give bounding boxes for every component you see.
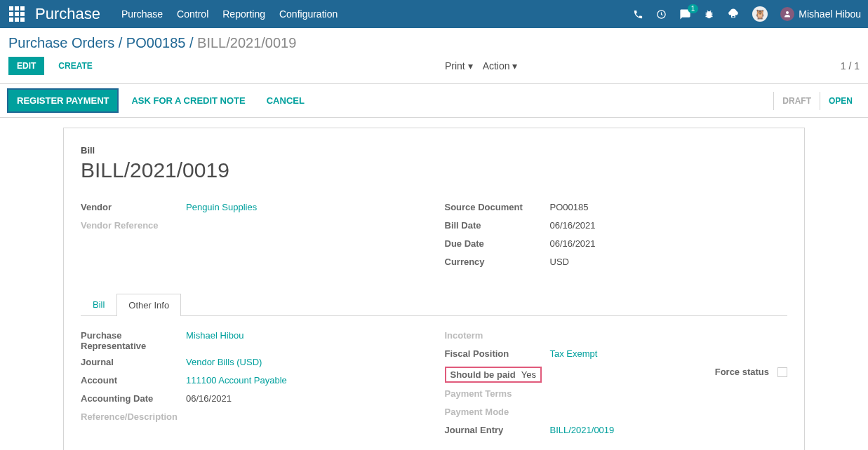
breadcrumb-current: BILL/2021/0019 bbox=[197, 35, 296, 50]
cancel-button[interactable]: CANCEL bbox=[258, 90, 313, 111]
breadcrumb-row: Purchase Orders / PO00185 / BILL/2021/00… bbox=[0, 28, 868, 54]
accdate-value: 06/16/2021 bbox=[186, 393, 424, 404]
ask-credit-button[interactable]: ASK FOR A CREDIT NOTE bbox=[123, 90, 253, 111]
avatar bbox=[780, 7, 794, 21]
form-sheet-bg: Bill BILL/2021/0019 Vendor Penguin Suppl… bbox=[0, 118, 868, 450]
activity-count: 1 bbox=[688, 4, 699, 13]
nav-menu: Purchase Control Reporting Configuration bbox=[121, 8, 338, 20]
tab-bill[interactable]: Bill bbox=[81, 293, 116, 315]
vendor-ref-label: Vendor Reference bbox=[81, 220, 186, 231]
breadcrumb-item-0[interactable]: Purchase Orders bbox=[8, 35, 114, 50]
header-fields: Vendor Penguin Supplies Vendor Reference… bbox=[81, 199, 787, 272]
billdate-label: Bill Date bbox=[445, 220, 550, 231]
apps-icon[interactable] bbox=[7, 4, 27, 24]
discuss-icon[interactable]: 1 bbox=[679, 8, 691, 20]
nav-item-control[interactable]: Control bbox=[177, 8, 208, 20]
studio-icon[interactable] bbox=[727, 8, 740, 20]
refdesc-label: Reference/Description bbox=[81, 411, 186, 422]
force-status-label: Force status bbox=[715, 367, 769, 377]
currency-label: Currency bbox=[445, 257, 550, 267]
nav-item-reporting[interactable]: Reporting bbox=[222, 8, 265, 20]
breadcrumb: Purchase Orders / PO00185 / BILL/2021/00… bbox=[8, 35, 296, 51]
brand: Purchase bbox=[35, 5, 100, 23]
chevron-down-icon: ▾ bbox=[468, 60, 473, 71]
nav-item-purchase[interactable]: Purchase bbox=[121, 8, 163, 20]
paid-value: Yes bbox=[521, 369, 536, 380]
nav-right: 1 🦉 Mishael Hibou bbox=[633, 6, 861, 22]
toolbar-center: Print ▾ Action ▾ bbox=[262, 60, 518, 71]
pager[interactable]: 1 / 1 bbox=[841, 60, 860, 71]
status-steps: DRAFT OPEN bbox=[773, 92, 861, 110]
journal-entry-link[interactable]: BILL/2021/0019 bbox=[550, 425, 615, 435]
other-info-fields: Purchase Representative Mishael Hibou Jo… bbox=[81, 327, 787, 440]
tabs: Bill Other Info bbox=[81, 293, 787, 316]
fiscal-label: Fiscal Position bbox=[445, 348, 550, 359]
form-sheet: Bill BILL/2021/0019 Vendor Penguin Suppl… bbox=[63, 128, 805, 450]
incoterm-label: Incoterm bbox=[445, 330, 550, 341]
fiscal-link[interactable]: Tax Exempt bbox=[550, 348, 598, 359]
payterms-label: Payment Terms bbox=[445, 388, 550, 399]
journal-entry-label: Journal Entry bbox=[445, 425, 550, 435]
chevron-down-icon: ▾ bbox=[512, 60, 517, 71]
source-label: Source Document bbox=[445, 202, 550, 212]
owl-icon[interactable]: 🦉 bbox=[752, 6, 768, 22]
user-name: Mishael Hibou bbox=[799, 8, 861, 20]
sheet-title: BILL/2021/0019 bbox=[81, 158, 787, 182]
tab-other-info[interactable]: Other Info bbox=[116, 294, 181, 316]
journal-label: Journal bbox=[81, 357, 186, 367]
paid-label: Should be paid bbox=[450, 369, 516, 380]
register-payment-button[interactable]: REGISTER PAYMENT bbox=[7, 88, 119, 113]
vendor-link[interactable]: Penguin Supplies bbox=[186, 202, 257, 212]
create-button[interactable]: CREATE bbox=[50, 57, 100, 75]
paymode-label: Payment Mode bbox=[445, 407, 550, 417]
clock-icon[interactable] bbox=[656, 9, 667, 20]
breadcrumb-item-1[interactable]: PO00185 bbox=[126, 35, 186, 50]
duedate-value: 06/16/2021 bbox=[550, 238, 788, 249]
svg-point-1 bbox=[786, 11, 789, 14]
journal-link[interactable]: Vendor Bills (USD) bbox=[186, 357, 262, 367]
bug-icon[interactable] bbox=[704, 9, 714, 20]
billdate-value: 06/16/2021 bbox=[550, 220, 788, 231]
toolbar: EDIT CREATE Print ▾ Action ▾ 1 / 1 bbox=[0, 54, 868, 83]
vendor-label: Vendor bbox=[81, 202, 186, 212]
status-draft[interactable]: DRAFT bbox=[773, 92, 820, 110]
account-label: Account bbox=[81, 375, 186, 386]
should-be-paid-highlight: Should be paid Yes bbox=[445, 367, 542, 383]
print-dropdown[interactable]: Print ▾ bbox=[445, 60, 473, 71]
nav-item-configuration[interactable]: Configuration bbox=[279, 8, 338, 20]
edit-button[interactable]: EDIT bbox=[8, 57, 44, 75]
rep-label: Purchase Representative bbox=[81, 330, 186, 351]
accdate-label: Accounting Date bbox=[81, 393, 186, 404]
rep-link[interactable]: Mishael Hibou bbox=[186, 330, 243, 341]
force-status-checkbox[interactable] bbox=[777, 367, 787, 377]
statusbar: REGISTER PAYMENT ASK FOR A CREDIT NOTE C… bbox=[0, 83, 868, 118]
sheet-title-label: Bill bbox=[81, 145, 787, 156]
action-dropdown[interactable]: Action ▾ bbox=[483, 60, 518, 71]
duedate-label: Due Date bbox=[445, 238, 550, 249]
source-value: PO00185 bbox=[550, 202, 788, 212]
account-link[interactable]: 111100 Account Payable bbox=[186, 375, 287, 386]
status-open[interactable]: OPEN bbox=[820, 92, 861, 110]
phone-icon[interactable] bbox=[633, 9, 643, 20]
currency-value: USD bbox=[550, 257, 788, 267]
navbar: Purchase Purchase Control Reporting Conf… bbox=[0, 0, 868, 28]
user-menu[interactable]: Mishael Hibou bbox=[780, 7, 861, 21]
